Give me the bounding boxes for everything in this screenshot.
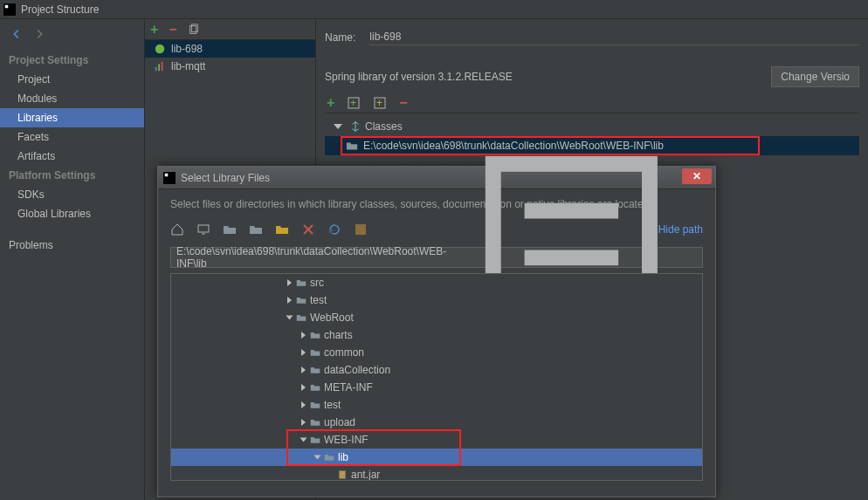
tree-row[interactable]: src bbox=[171, 274, 702, 291]
svg-rect-7 bbox=[162, 62, 163, 72]
dialog-title: Select Library Files bbox=[181, 172, 270, 184]
folder-icon bbox=[296, 277, 307, 288]
section-project-settings: Project Settings bbox=[0, 51, 144, 70]
library-label: lib-mqtt bbox=[171, 60, 205, 72]
svg-point-4 bbox=[155, 45, 165, 54]
dialog-path-text: E:\code\svn\idea\698\trunk\dataCollectio… bbox=[176, 245, 446, 270]
folder-icon bbox=[310, 330, 320, 340]
copy-icon[interactable] bbox=[188, 24, 200, 36]
library-item-lib-698[interactable]: lib-698 bbox=[145, 40, 315, 58]
specify-doc-icon[interactable]: + bbox=[347, 96, 361, 110]
tree-row[interactable]: dataCollection bbox=[171, 361, 702, 379]
tree-row[interactable]: test bbox=[171, 396, 702, 414]
delete-icon[interactable] bbox=[301, 223, 315, 236]
project-icon[interactable] bbox=[223, 223, 237, 236]
tree-arrow-icon bbox=[301, 332, 306, 339]
classes-label: Classes bbox=[365, 120, 403, 133]
folder-icon bbox=[296, 295, 307, 305]
desktop-icon[interactable] bbox=[196, 223, 210, 236]
home-icon[interactable] bbox=[170, 223, 184, 236]
tree-node-label: lib bbox=[338, 451, 348, 463]
library-label: lib-698 bbox=[171, 43, 203, 55]
svg-text:+: + bbox=[350, 97, 356, 109]
sidebar-item-global-libraries[interactable]: Global Libraries bbox=[0, 204, 144, 223]
library-item-lib-mqtt[interactable]: lib-mqtt bbox=[145, 58, 315, 75]
tree-node-label: src bbox=[310, 277, 324, 289]
tree-arrow-icon bbox=[301, 366, 306, 373]
window-title: Project Structure bbox=[21, 3, 99, 16]
expand-triangle-icon bbox=[334, 124, 342, 129]
settings-sidebar: Project Settings Project Modules Librari… bbox=[0, 19, 145, 500]
dialog-path-field[interactable]: E:\code\svn\idea\698\trunk\dataCollectio… bbox=[170, 247, 703, 268]
app-icon bbox=[3, 3, 16, 16]
forward-icon[interactable] bbox=[33, 28, 45, 40]
specify-url-icon[interactable]: + bbox=[373, 96, 387, 110]
version-text: Spring library of version 3.1.2.RELEASE bbox=[325, 71, 513, 83]
sidebar-item-project[interactable]: Project bbox=[0, 70, 144, 89]
svg-rect-1 bbox=[5, 4, 9, 8]
folder-icon bbox=[310, 365, 320, 375]
tree-arrow-icon bbox=[300, 438, 307, 442]
tree-arrow-icon bbox=[286, 316, 293, 320]
tree-arrow-icon bbox=[314, 455, 321, 460]
back-icon[interactable] bbox=[10, 28, 23, 40]
folder-icon bbox=[310, 417, 320, 428]
name-label: Name: bbox=[325, 31, 355, 44]
tree-row-selected[interactable]: lib bbox=[171, 449, 702, 466]
svg-text:+: + bbox=[376, 97, 382, 109]
tree-node-label: WEB-INF bbox=[324, 434, 369, 446]
tree-row[interactable]: common bbox=[171, 344, 702, 361]
folder-icon bbox=[324, 452, 334, 462]
svg-rect-14 bbox=[198, 225, 209, 232]
tree-node-label: test bbox=[324, 399, 341, 411]
sidebar-item-sdks[interactable]: SDKs bbox=[0, 185, 144, 204]
spring-icon bbox=[154, 43, 166, 55]
tree-arrow-icon bbox=[301, 384, 306, 391]
svg-rect-5 bbox=[155, 67, 157, 71]
tree-row[interactable]: test bbox=[171, 291, 702, 309]
sidebar-item-artifacts[interactable]: Artifacts bbox=[0, 147, 144, 166]
add-library-button[interactable]: + bbox=[150, 22, 158, 38]
tree-arrow-icon bbox=[301, 401, 306, 408]
module-icon[interactable] bbox=[249, 223, 263, 236]
refresh-icon[interactable] bbox=[327, 223, 341, 236]
remove-root-button[interactable]: − bbox=[399, 95, 407, 111]
sidebar-item-libraries[interactable]: Libraries bbox=[0, 108, 144, 127]
tree-row[interactable]: META-INF bbox=[171, 379, 702, 396]
folder-icon bbox=[310, 400, 320, 410]
svg-rect-15 bbox=[355, 224, 366, 235]
sidebar-item-problems[interactable]: Problems bbox=[0, 236, 144, 255]
tree-row[interactable]: WebRoot bbox=[171, 309, 702, 326]
folder-icon bbox=[310, 347, 320, 358]
tree-node-label: upload bbox=[324, 416, 355, 428]
new-folder-icon[interactable] bbox=[275, 223, 289, 236]
remove-library-button[interactable]: − bbox=[169, 22, 176, 38]
tree-arrow-icon bbox=[301, 349, 306, 356]
sidebar-item-modules[interactable]: Modules bbox=[0, 89, 144, 108]
jar-icon bbox=[337, 469, 348, 480]
bars-icon bbox=[154, 60, 166, 72]
tree-row[interactable]: charts bbox=[171, 326, 702, 344]
tree-row[interactable]: upload bbox=[171, 414, 702, 431]
tree-node-label: charts bbox=[324, 329, 353, 341]
add-root-button[interactable]: + bbox=[327, 95, 334, 111]
library-name-field[interactable]: lib-698 bbox=[369, 31, 859, 45]
section-platform-settings: Platform Settings bbox=[0, 166, 144, 185]
svg-rect-13 bbox=[165, 173, 169, 176]
tree-node-label: WebRoot bbox=[310, 312, 354, 324]
change-version-button[interactable]: Change Versio bbox=[771, 66, 859, 87]
tree-node-label: ant.jar bbox=[351, 469, 380, 481]
dialog-file-tree[interactable]: srctestWebRootchartscommondataCollection… bbox=[170, 273, 703, 481]
folder-icon bbox=[296, 312, 307, 323]
svg-rect-17 bbox=[339, 471, 346, 479]
window-title-bar: Project Structure bbox=[0, 0, 868, 19]
show-hidden-icon[interactable] bbox=[354, 223, 368, 236]
dialog-close-button[interactable]: ✕ bbox=[682, 168, 712, 184]
tree-node-label: test bbox=[310, 294, 327, 306]
tree-row[interactable]: WEB-INF bbox=[171, 431, 702, 449]
tree-row[interactable]: ant.jar bbox=[171, 466, 702, 481]
tree-arrow-icon bbox=[301, 419, 306, 426]
classes-icon bbox=[349, 120, 362, 133]
sidebar-item-facets[interactable]: Facets bbox=[0, 127, 144, 147]
tree-arrow-icon bbox=[287, 279, 292, 286]
